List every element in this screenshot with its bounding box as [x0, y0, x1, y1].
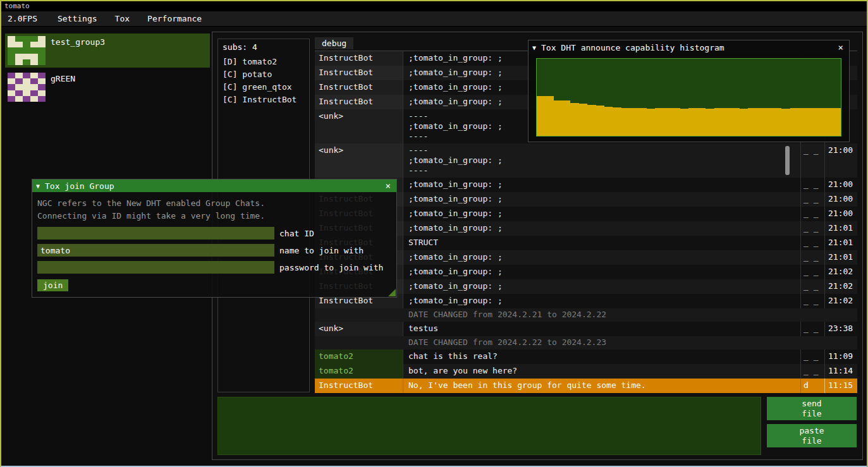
histogram-bar	[756, 108, 764, 136]
message-text: ;tomato_in_group: ;	[403, 221, 800, 236]
histogram-bar	[647, 109, 655, 136]
join-button[interactable]: join	[37, 279, 68, 291]
paste-file-button[interactable]: paste file	[767, 424, 857, 447]
message-time: 21:00	[824, 143, 857, 178]
histogram-bar	[697, 108, 706, 136]
message-flags: _ _	[800, 322, 824, 336]
message-text: ;tomato_in_group: ;	[403, 192, 800, 207]
message-time: 21:00	[824, 207, 857, 221]
member-item[interactable]: [C] InstructBot	[218, 94, 309, 106]
histogram-bar	[663, 108, 671, 136]
message-time: 21:00	[824, 178, 857, 192]
chat-message-row[interactable]: <unk>---- ;tomato_in_group: ; ----_ _21:…	[315, 143, 857, 178]
message-time: 11:15	[824, 379, 857, 393]
histogram-bar	[613, 107, 621, 136]
histogram-bar	[731, 108, 739, 136]
tab-debug[interactable]: debug	[315, 37, 353, 49]
sender-name: tomato2	[315, 349, 403, 364]
chat-id-field[interactable]	[37, 227, 274, 240]
message-time: 21:02	[824, 279, 857, 294]
message-flags: _ _	[800, 207, 824, 221]
chat-scrollbar-thumb[interactable]	[785, 146, 790, 175]
histogram-bar	[554, 100, 562, 136]
message-flags: _ _	[800, 192, 824, 207]
member-item[interactable]: [D] tomato2	[218, 56, 309, 68]
collapse-arrow-icon[interactable]: ▼	[532, 44, 536, 51]
histogram-bar	[537, 96, 545, 136]
date-separator-row[interactable]: DATE CHANGED from 2024.2.21 to 2024.2.22	[315, 308, 857, 322]
date-separator-row[interactable]: DATE CHANGED from 2024.2.22 to 2024.2.23	[315, 336, 857, 349]
close-icon[interactable]: ×	[384, 181, 393, 191]
message-time: 11:14	[824, 364, 857, 379]
message-time: 21:02	[824, 265, 857, 279]
sender-name: <unk>	[315, 143, 403, 178]
chat-message-row[interactable]: tomato2chat is this real?_ _11:09	[315, 349, 857, 364]
histogram-bar	[596, 106, 604, 136]
message-text: ;tomato_in_group: ;	[403, 279, 800, 294]
chat-message-row[interactable]: <unk>testus_ _23:38	[315, 322, 857, 336]
message-flags: _ _	[800, 294, 824, 308]
join-group-title: Tox join Group	[45, 181, 114, 191]
message-time: 11:09	[824, 349, 857, 364]
histogram-bar	[765, 108, 773, 136]
sender-name: InstructBot	[315, 80, 403, 95]
message-flags: _ _	[800, 250, 824, 265]
message-time: 21:02	[824, 294, 857, 308]
histogram-bar	[630, 108, 638, 136]
message-time: 23:38	[824, 322, 857, 336]
message-input[interactable]	[218, 397, 761, 454]
histogram-bar	[579, 104, 587, 136]
group-name: gREEN	[51, 73, 75, 102]
join-password-field[interactable]	[37, 261, 274, 274]
fps-counter: 2.0FPS	[1, 14, 49, 23]
message-time: 21:00	[824, 192, 857, 207]
sidebar-group-test_group3[interactable]: test_group3	[5, 33, 210, 68]
window-title: tomato	[4, 2, 30, 10]
message-text: testus	[403, 322, 800, 336]
menu-item-performance[interactable]: Performance	[138, 14, 211, 23]
dht-histogram-titlebar[interactable]: ▼ Tox DHT announce capability histogram …	[529, 40, 849, 54]
sender-name	[315, 308, 403, 322]
histogram-bar	[714, 108, 723, 136]
chat-id-label: chat ID	[279, 229, 314, 238]
histogram-bar	[562, 100, 570, 136]
join-group-titlebar[interactable]: ▼ Tox join Group ×	[32, 179, 396, 192]
send-file-button[interactable]: send file	[767, 397, 857, 420]
chat-message-row[interactable]: InstructBotNo, I've been in this group f…	[315, 379, 857, 393]
message-flags: d	[800, 379, 824, 393]
chat-message-row[interactable]: tomato2bot, are you new here?_ _11:14	[315, 364, 857, 379]
dht-histogram-plot	[536, 58, 841, 136]
resize-grip[interactable]	[388, 289, 396, 296]
member-item[interactable]: [C] potato	[218, 68, 309, 81]
sender-name	[315, 336, 403, 349]
histogram-bar	[621, 108, 630, 136]
message-text: bot, are you new here?	[403, 364, 800, 379]
close-icon[interactable]: ×	[836, 42, 845, 52]
group-avatar	[8, 36, 46, 65]
histogram-bar	[740, 109, 748, 136]
histogram-bar	[824, 108, 832, 136]
member-item[interactable]: [C] green_qtox	[218, 81, 309, 94]
sender-name: <unk>	[315, 322, 403, 336]
message-flags: _ _	[800, 364, 824, 379]
menu-item-settings[interactable]: Settings	[49, 14, 106, 23]
menu-item-tox[interactable]: Tox	[106, 14, 138, 23]
histogram-bar	[773, 108, 781, 136]
histogram-bar	[790, 108, 798, 136]
window-titlebar: tomato	[1, 1, 867, 11]
message-flags: _ _	[800, 143, 824, 178]
menu-items: SettingsToxPerformance	[49, 14, 211, 23]
join-name-label: name to join with	[279, 246, 364, 255]
collapse-arrow-icon[interactable]: ▼	[36, 183, 40, 190]
message-text: ;tomato_in_group: ;	[403, 178, 800, 192]
join-name-field[interactable]	[37, 244, 274, 257]
sidebar-group-gREEN[interactable]: gREEN	[5, 70, 210, 104]
message-text: DATE CHANGED from 2024.2.22 to 2024.2.23	[403, 336, 800, 349]
sender-name: InstructBot	[315, 51, 403, 66]
histogram-bar	[570, 103, 578, 136]
message-time	[824, 308, 857, 322]
members-list: [D] tomato2[C] potato[C] green_qtox[C] I…	[218, 56, 309, 106]
message-flags	[800, 336, 824, 349]
histogram-bar	[781, 109, 790, 136]
message-flags: _ _	[800, 221, 824, 236]
